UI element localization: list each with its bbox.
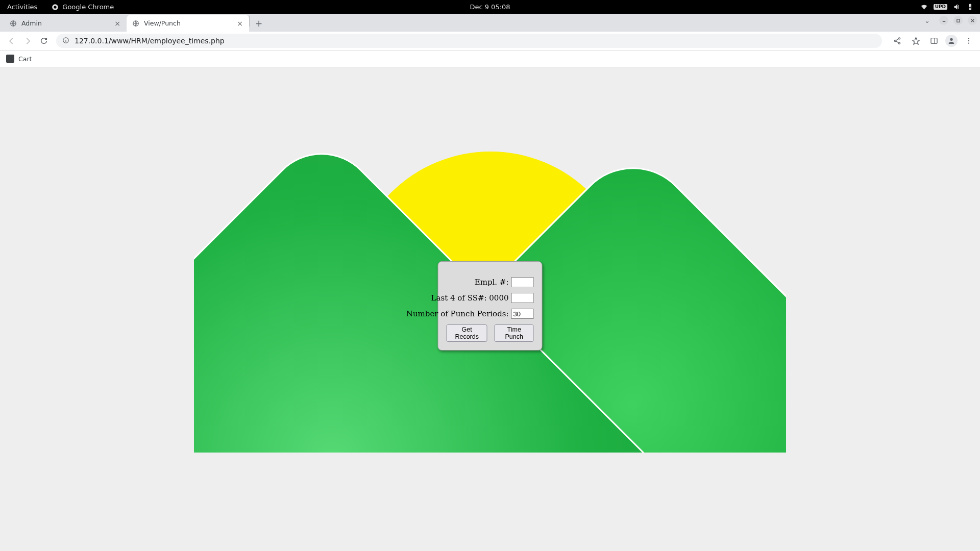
url-text: 127.0.0.1/www/HRM/employee_times.php: [75, 37, 225, 45]
bookmark-star-icon[interactable]: [909, 34, 923, 48]
ssn-label: Last 4 of SS#: 0000: [431, 293, 509, 303]
profile-avatar[interactable]: [945, 35, 958, 47]
window-minimize-button[interactable]: [939, 16, 948, 25]
svg-point-12: [894, 40, 896, 41]
svg-point-19: [950, 38, 952, 41]
browser-toolbar: 127.0.0.1/www/HRM/employee_times.php: [0, 32, 980, 51]
kebab-menu-icon[interactable]: [962, 34, 976, 48]
gnome-clock[interactable]: Dec 9 05:08: [470, 3, 510, 11]
site-info-icon[interactable]: [62, 37, 69, 45]
chevron-down-icon[interactable]: ⌄: [924, 17, 930, 24]
empl-number-input[interactable]: [511, 277, 534, 287]
svg-point-22: [968, 43, 969, 44]
punch-periods-input[interactable]: [511, 309, 534, 319]
activities-label: Activities: [7, 3, 37, 11]
ssn-input[interactable]: [511, 293, 534, 303]
active-app-indicator[interactable]: Google Chrome: [44, 0, 121, 14]
globe-icon: [9, 19, 17, 28]
tab-strip: Admin × View/Punch × + ⌄: [0, 14, 980, 32]
bookmark-cart[interactable]: Cart: [6, 55, 32, 63]
bookmark-label: Cart: [18, 55, 32, 63]
chrome-icon: [52, 4, 59, 11]
side-panel-icon[interactable]: [927, 34, 941, 48]
svg-point-1: [54, 6, 57, 8]
get-records-button[interactable]: Get Records: [447, 324, 487, 342]
address-bar[interactable]: 127.0.0.1/www/HRM/employee_times.php: [56, 34, 882, 48]
page-viewport: Empl. #: Last 4 of SS#: 0000 Number of P…: [0, 67, 980, 551]
close-icon[interactable]: ×: [113, 19, 121, 28]
window-close-button[interactable]: [968, 16, 977, 25]
svg-line-14: [896, 39, 898, 40]
reload-button[interactable]: [37, 34, 51, 48]
folder-icon: [6, 55, 14, 63]
activities-button[interactable]: Activities: [0, 0, 44, 14]
gnome-status-area[interactable]: UPD: [920, 3, 980, 11]
forward-button[interactable]: [20, 34, 35, 48]
svg-point-13: [898, 42, 900, 44]
svg-marker-16: [912, 37, 919, 44]
battery-icon: [966, 3, 974, 11]
time-punch-button[interactable]: Time Punch: [495, 324, 534, 342]
empl-number-label: Empl. #:: [475, 278, 509, 287]
svg-point-20: [968, 38, 969, 39]
globe-icon: [132, 19, 140, 28]
update-badge: UPD: [934, 4, 947, 10]
back-button[interactable]: [4, 34, 18, 48]
tab-title: Admin: [21, 19, 109, 27]
gnome-top-bar: Activities Google Chrome Dec 9 05:08 UPD: [0, 0, 980, 14]
close-icon[interactable]: ×: [236, 19, 244, 28]
bookmarks-bar: Cart: [0, 51, 980, 67]
svg-point-11: [898, 38, 900, 39]
window-controls: ⌄: [924, 16, 977, 25]
svg-line-15: [896, 41, 898, 43]
svg-rect-5: [957, 19, 959, 21]
tab-title: View/Punch: [144, 19, 232, 27]
time-punch-form: Empl. #: Last 4 of SS#: 0000 Number of P…: [438, 261, 543, 350]
volume-icon: [953, 3, 961, 11]
svg-point-21: [968, 40, 969, 41]
tab-admin[interactable]: Admin ×: [4, 15, 127, 32]
active-app-label: Google Chrome: [62, 3, 114, 11]
tab-view-punch[interactable]: View/Punch ×: [127, 15, 249, 32]
svg-rect-17: [931, 38, 937, 44]
punch-periods-label: Number of Punch Periods:: [406, 309, 509, 318]
share-icon[interactable]: [890, 34, 904, 48]
new-tab-button[interactable]: +: [252, 16, 266, 31]
chrome-window: Admin × View/Punch × + ⌄: [0, 14, 980, 551]
tab-separator: [249, 16, 250, 27]
wifi-icon: [920, 3, 928, 11]
window-maximize-button[interactable]: [953, 16, 963, 25]
